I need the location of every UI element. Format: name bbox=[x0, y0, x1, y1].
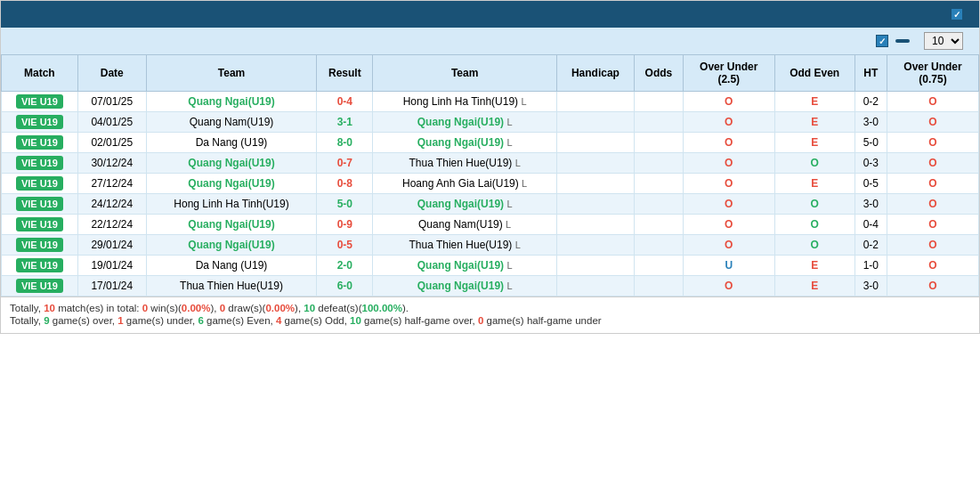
cell-over-under: O bbox=[683, 133, 774, 153]
col-odds: Odds bbox=[634, 55, 683, 92]
team2-name: Thua Thien Hue(U19) bbox=[409, 157, 512, 169]
total-defeats: 10 bbox=[304, 303, 315, 313]
odd-even-val: E bbox=[811, 177, 818, 190]
table-row: VIE U19 30/12/24 Quang Ngai(U19) 0-7 Thu… bbox=[2, 153, 979, 174]
cell-team1: Quang Ngai(U19) bbox=[146, 174, 316, 194]
cell-over-under: O bbox=[683, 92, 774, 112]
cell-team1: Quang Ngai(U19) bbox=[146, 92, 316, 112]
result-score: 0-4 bbox=[337, 95, 352, 108]
vie-u19-checkbox[interactable] bbox=[876, 35, 888, 47]
cell-date: 07/01/25 bbox=[77, 92, 146, 112]
cell-ht: 0-2 bbox=[854, 235, 887, 256]
cell-over-under2: O bbox=[887, 174, 979, 194]
cell-match: VIE U19 bbox=[2, 194, 78, 215]
last-games-select[interactable]: 10 5 15 20 bbox=[924, 32, 963, 50]
cell-ht: 3-0 bbox=[854, 276, 887, 296]
cell-over-under2: O bbox=[887, 194, 979, 215]
display-notes-checkbox[interactable] bbox=[951, 8, 963, 20]
cell-handicap bbox=[556, 235, 634, 256]
cell-result: 2-0 bbox=[317, 256, 373, 276]
match-badge: VIE U19 bbox=[16, 176, 63, 191]
col-ht: HT bbox=[854, 55, 887, 92]
team2-name: Quang Ngai(U19) bbox=[417, 116, 504, 128]
over-under2-val: O bbox=[928, 116, 936, 128]
cell-odds bbox=[634, 112, 683, 133]
cell-over-under: O bbox=[683, 194, 774, 215]
total-matches: 10 bbox=[44, 303, 55, 313]
cell-match: VIE U19 bbox=[2, 133, 78, 153]
cell-match: VIE U19 bbox=[2, 215, 78, 235]
match-badge: VIE U19 bbox=[16, 115, 63, 129]
cell-odds bbox=[634, 153, 683, 174]
cell-date: 24/12/24 bbox=[77, 194, 146, 215]
over-under-val: O bbox=[725, 136, 733, 149]
wl-badge: L bbox=[515, 158, 521, 168]
cell-team1: Quang Ngai(U19) bbox=[146, 215, 316, 235]
cell-odd-even: E bbox=[774, 92, 854, 112]
over-under2-val: O bbox=[928, 136, 936, 149]
draws-pct: 0.00% bbox=[265, 303, 295, 313]
match-badge: VIE U19 bbox=[16, 217, 63, 231]
cell-handicap bbox=[556, 256, 634, 276]
cell-over-under2: O bbox=[887, 153, 979, 174]
result-score: 0-7 bbox=[337, 157, 352, 169]
footer-line2: Totally, 9 game(s) over, 1 game(s) under… bbox=[10, 315, 970, 326]
games-hg-under: 0 bbox=[478, 315, 483, 326]
cell-result: 6-0 bbox=[317, 276, 373, 296]
cell-result: 0-9 bbox=[317, 215, 373, 235]
over-under2-val: O bbox=[928, 95, 936, 108]
match-badge: VIE U19 bbox=[16, 94, 63, 109]
cell-handicap bbox=[556, 276, 634, 296]
cell-team2: Quang Ngai(U19) L bbox=[373, 194, 556, 215]
result-score: 2-0 bbox=[337, 259, 352, 272]
cell-result: 0-8 bbox=[317, 174, 373, 194]
cell-date: 19/01/24 bbox=[77, 256, 146, 276]
team2-name: Quang Ngai(U19) bbox=[417, 259, 504, 272]
team1-name: Da Nang (U19) bbox=[196, 259, 268, 272]
odd-even-val: E bbox=[811, 259, 818, 272]
over-under-val: O bbox=[725, 116, 733, 128]
wl-badge: L bbox=[506, 137, 512, 148]
cell-handicap bbox=[556, 153, 634, 174]
col-match: Match bbox=[2, 55, 78, 92]
col-team1: Team bbox=[146, 55, 316, 92]
cell-team2: Quang Ngai(U19) L bbox=[373, 133, 556, 153]
over-under-val: U bbox=[725, 259, 733, 272]
cell-odds bbox=[634, 276, 683, 296]
cell-over-under: O bbox=[683, 153, 774, 174]
wl-badge: L bbox=[521, 96, 526, 107]
wl-badge: L bbox=[522, 178, 527, 189]
cell-team1: Da Nang (U19) bbox=[146, 256, 316, 276]
cell-result: 0-5 bbox=[317, 235, 373, 256]
cell-match: VIE U19 bbox=[2, 235, 78, 256]
team1-name: Quang Ngai(U19) bbox=[188, 177, 274, 190]
cell-ht: 0-4 bbox=[854, 215, 887, 235]
cell-result: 0-7 bbox=[317, 153, 373, 174]
cell-odd-even: E bbox=[774, 174, 854, 194]
odd-even-val: O bbox=[811, 218, 819, 231]
cell-match: VIE U19 bbox=[2, 256, 78, 276]
cell-date: 30/12/24 bbox=[77, 153, 146, 174]
cell-odd-even: E bbox=[774, 112, 854, 133]
over-under2-val: O bbox=[928, 177, 936, 190]
cell-over-under: U bbox=[683, 256, 774, 276]
cell-over-under2: O bbox=[887, 133, 979, 153]
over-under-val: O bbox=[725, 280, 733, 292]
cell-handicap bbox=[556, 174, 634, 194]
wl-badge: L bbox=[506, 260, 512, 271]
cell-odds bbox=[634, 256, 683, 276]
cell-team1: Da Nang (U19) bbox=[146, 133, 316, 153]
team1-name: Quang Ngai(U19) bbox=[188, 157, 274, 169]
team1-name: Da Nang (U19) bbox=[196, 136, 268, 149]
cell-odd-even: E bbox=[774, 256, 854, 276]
match-badge: VIE U19 bbox=[16, 258, 63, 272]
footer-line1: Totally, 10 match(es) in total: 0 win(s)… bbox=[10, 303, 970, 313]
cell-team2: Thua Thien Hue(U19) L bbox=[373, 235, 556, 256]
team2-name: Quang Ngai(U19) bbox=[417, 136, 504, 149]
team2-name: Thua Thien Hue(U19) bbox=[409, 239, 512, 251]
cell-team2: Thua Thien Hue(U19) L bbox=[373, 153, 556, 174]
over-under-val: O bbox=[725, 157, 733, 169]
team1-name: Quang Ngai(U19) bbox=[188, 218, 274, 231]
table-row: VIE U19 07/01/25 Quang Ngai(U19) 0-4 Hon… bbox=[2, 92, 979, 112]
cell-date: 02/01/25 bbox=[77, 133, 146, 153]
